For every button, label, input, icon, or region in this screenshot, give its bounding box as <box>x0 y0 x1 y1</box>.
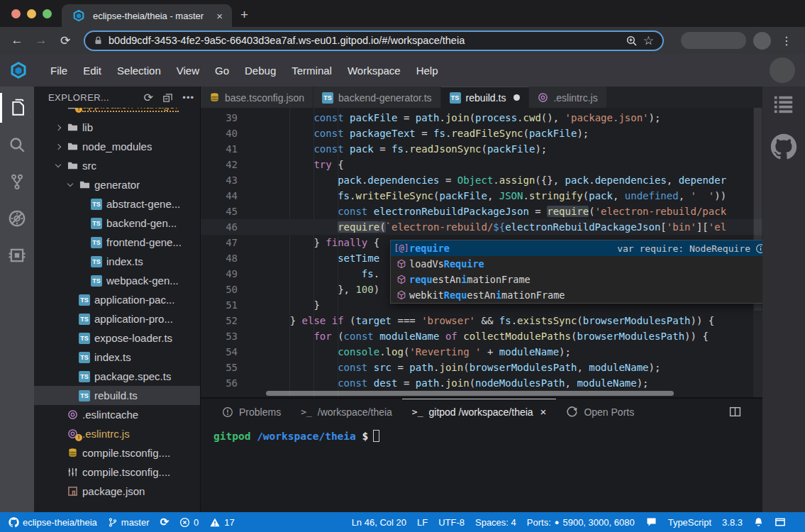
tree-item-compile.tsconfig....[interactable]: compile.tsconfig.... <box>34 462 200 482</box>
tree-item-application-manager[interactable]: !application-manager <box>34 108 200 118</box>
tree-item-index.ts[interactable]: TSindex.ts <box>34 348 200 367</box>
extensions-pill[interactable] <box>681 32 746 49</box>
collapse-all-button[interactable] <box>162 91 173 104</box>
activity-plugins[interactable] <box>0 237 34 274</box>
suggestion-webkitrequestanimationframe[interactable]: webkitRequestAnimationFrame <box>391 287 762 303</box>
menu-edit[interactable]: Edit <box>75 60 109 82</box>
tree-item-webpack-gen...[interactable]: TSwebpack-gen... <box>34 271 200 290</box>
tree-item-compile.tsconfig....[interactable]: compile.tsconfig.... <box>34 443 200 462</box>
editor-tab-base.tsconfig.json[interactable]: base.tsconfig.json <box>201 87 313 108</box>
panel-tab--workspace-theia[interactable]: >_/workspace/theia <box>291 399 402 424</box>
tree-item-.eslintcache[interactable]: .eslintcache <box>34 405 200 424</box>
code-editor[interactable]: 39 const packFile = path.join(process.cw… <box>201 108 762 397</box>
suggestion-require[interactable]: [@]requirevar require: NodeRequire <box>391 240 762 256</box>
panel-tab-gitpod-workspace-theia[interactable]: >_gitpod /workspace/theia× <box>402 399 557 424</box>
chevron-right-icon[interactable] <box>52 145 64 149</box>
gitpod-logo-icon[interactable] <box>10 60 31 81</box>
close-window-button[interactable] <box>11 9 21 18</box>
url-bar[interactable]: b0dd9cdf-3453-4fe2-9a5c-66403d3ea7af.ws-… <box>84 31 664 51</box>
status-ts-version[interactable]: 3.8.3 <box>722 517 743 528</box>
tree-item-package.json[interactable]: package.json <box>34 482 200 501</box>
status-indentation[interactable]: Spaces: 4 <box>475 517 516 528</box>
status-warnings[interactable]: 17 <box>209 517 234 528</box>
zoom-icon[interactable] <box>626 35 638 47</box>
status-sync[interactable]: ⟳ <box>160 516 170 528</box>
new-tab-button[interactable]: + <box>232 7 258 27</box>
outline-icon <box>772 94 796 115</box>
panel-tab-open-ports[interactable]: Open Ports <box>556 399 644 424</box>
tree-item-application-pro...[interactable]: TSapplication-pro... <box>34 309 200 328</box>
tree-item-frontend-gene...[interactable]: TSfrontend-gene... <box>34 233 200 252</box>
tree-item-abstract-gene...[interactable]: TSabstract-gene... <box>34 194 200 214</box>
menu-view[interactable]: View <box>169 60 207 82</box>
tree-item-expose-loader.ts[interactable]: TSexpose-loader.ts <box>34 328 200 348</box>
menu-go[interactable]: Go <box>207 60 237 82</box>
refresh-button[interactable]: ⟳ <box>144 91 154 104</box>
suggestion-loadvsrequire[interactable]: loadVsRequire <box>391 256 762 272</box>
user-avatar[interactable] <box>770 57 795 83</box>
line-number: 45 <box>201 204 240 219</box>
activity-debug[interactable] <box>0 200 34 237</box>
status-branch[interactable]: master <box>108 517 150 528</box>
activity-source-control[interactable] <box>0 163 34 200</box>
tree-item-lib[interactable]: lib <box>34 118 200 137</box>
status-notifications[interactable] <box>753 516 764 528</box>
chevron-down-icon[interactable] <box>64 184 76 186</box>
panel-tab-problems[interactable]: Problems <box>212 399 291 424</box>
status-errors[interactable]: 0 <box>179 517 199 528</box>
info-circle-icon[interactable] <box>755 243 762 254</box>
status-cursor-position[interactable]: Ln 46, Col 20 <box>352 517 406 528</box>
menu-debug[interactable]: Debug <box>237 60 284 82</box>
status-repo[interactable]: eclipse-theia/theia <box>9 517 97 528</box>
chevron-right-icon[interactable] <box>52 126 64 130</box>
tree-item-index.ts[interactable]: TSindex.ts <box>34 252 200 271</box>
tree-item-node-modules[interactable]: node_modules <box>34 137 200 156</box>
editor-tab-.eslintrc.js[interactable]: .eslintrc.js <box>529 87 606 108</box>
split-panel-icon[interactable] <box>729 406 757 418</box>
terminal[interactable]: gitpod /workspace/theia $ <box>201 424 762 512</box>
back-button[interactable]: ← <box>7 33 27 48</box>
editor-tab-backend-generator.ts[interactable]: TSbackend-generator.ts <box>313 87 440 108</box>
suggestion-requestanimationframe[interactable]: requestAnimationFrame <box>391 272 762 287</box>
right-activity-github[interactable] <box>770 133 797 160</box>
browser-avatar[interactable] <box>753 32 771 50</box>
tree-item-src[interactable]: src <box>34 156 200 175</box>
status-language[interactable]: TypeScript <box>668 517 711 528</box>
browser-tab[interactable]: eclipse-theia/theia - master × <box>62 4 232 27</box>
url-text[interactable]: b0dd9cdf-3453-4fe2-9a5c-66403d3ea7af.ws-… <box>109 35 620 46</box>
close-tab-icon[interactable]: × <box>214 10 225 22</box>
status-ports[interactable]: Ports:●5900, 3000, 6080 <box>527 517 635 528</box>
chevron-down-icon[interactable] <box>52 165 64 167</box>
status-encoding[interactable]: UTF-8 <box>438 517 465 528</box>
reload-button[interactable]: ⟳ <box>55 33 75 48</box>
menu-file[interactable]: File <box>43 60 75 82</box>
more-actions-button[interactable]: ••• <box>182 91 194 104</box>
activity-search[interactable] <box>0 126 34 163</box>
right-activity-outline[interactable] <box>772 94 796 115</box>
tree-item-label: application-manager <box>82 108 179 112</box>
tree-item-.eslintrc.js[interactable]: !.eslintrc.js <box>34 424 200 443</box>
tree-item-backend-gen...[interactable]: TSbackend-gen... <box>34 214 200 233</box>
close-terminal-icon[interactable]: × <box>540 406 547 418</box>
horizontal-scrollbar[interactable] <box>266 391 674 396</box>
zoom-window-button[interactable] <box>43 9 52 18</box>
activity-files[interactable] <box>0 89 34 126</box>
status-window-indicator[interactable] <box>775 517 786 528</box>
menu-workspace[interactable]: Workspace <box>340 60 409 82</box>
status-eol[interactable]: LF <box>417 517 428 528</box>
menu-terminal[interactable]: Terminal <box>284 60 340 82</box>
star-bookmark-icon[interactable]: ☆ <box>643 33 654 48</box>
menu-selection[interactable]: Selection <box>109 60 169 82</box>
editor-tab-rebuild.ts[interactable]: TSrebuild.ts <box>441 87 529 108</box>
tree-item-application-pac...[interactable]: TSapplication-pac... <box>34 290 200 309</box>
tree-item-package.spec.ts[interactable]: TSpackage.spec.ts <box>34 367 200 386</box>
tree-item-rebuild.ts[interactable]: TSrebuild.ts <box>34 386 200 405</box>
tree-item-label: index.ts <box>106 255 143 267</box>
menu-help[interactable]: Help <box>409 60 446 82</box>
minimize-window-button[interactable] <box>27 9 36 18</box>
dirty-dot[interactable] <box>513 94 520 101</box>
tree-item-generator[interactable]: generator <box>34 175 200 194</box>
status-feedback[interactable] <box>645 516 657 528</box>
kebab-menu-icon[interactable]: ⋮ <box>778 34 795 48</box>
forward-button[interactable]: → <box>31 33 51 48</box>
